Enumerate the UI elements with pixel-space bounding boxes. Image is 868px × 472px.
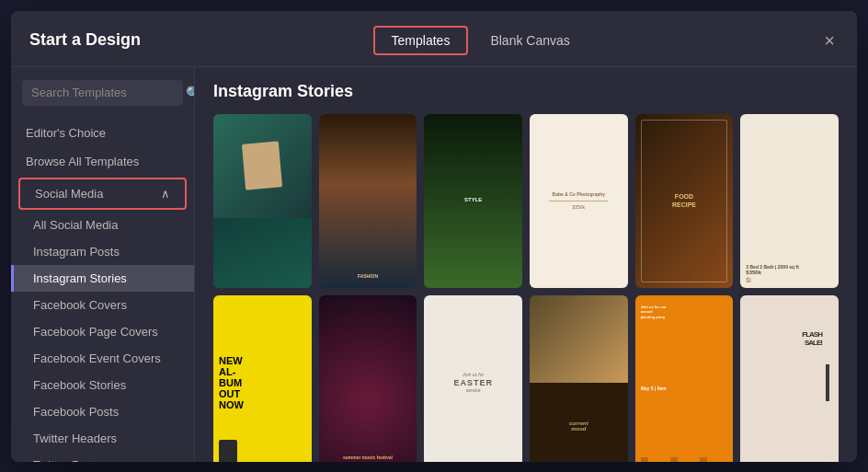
sidebar: 🔍 Editor's Choice Browse All Templates S… xyxy=(11,67,195,462)
template-card[interactable]: FOODRECIPE xyxy=(635,114,734,289)
tab-blank-canvas[interactable]: Blank Canvas xyxy=(472,26,588,55)
sidebar-item-editors-choice[interactable]: Editor's Choice xyxy=(11,119,194,147)
modal-body: 🔍 Editor's Choice Browse All Templates S… xyxy=(11,67,857,462)
sidebar-item-instagram-stories[interactable]: Instagram Stories xyxy=(11,265,194,292)
sidebar-section-social-media[interactable]: Social Media ∧ xyxy=(18,178,187,210)
template-card[interactable]: FLASHSALE! xyxy=(740,295,839,461)
sidebar-item-facebook-posts[interactable]: Facebook Posts xyxy=(11,398,194,425)
sidebar-item-facebook-event-covers[interactable]: Facebook Event Covers xyxy=(11,345,194,372)
close-button[interactable]: × xyxy=(820,28,839,53)
sidebar-item-twitter-posts[interactable]: Twitter Posts xyxy=(11,452,194,462)
template-card[interactable] xyxy=(213,114,312,289)
search-input[interactable] xyxy=(31,86,186,99)
template-card[interactable]: Join us for ourannualplanting party May … xyxy=(635,295,734,461)
template-card[interactable]: Join us for EASTER service xyxy=(424,295,522,461)
template-card[interactable]: FASHION xyxy=(319,114,417,289)
start-design-modal: Start a Design Templates Blank Canvas × … xyxy=(11,11,857,462)
sidebar-item-facebook-page-covers[interactable]: Facebook Page Covers xyxy=(11,318,194,345)
tab-templates[interactable]: Templates xyxy=(373,26,469,55)
sidebar-item-browse-all[interactable]: Browse All Templates xyxy=(11,147,194,176)
sidebar-item-twitter-headers[interactable]: Twitter Headers xyxy=(11,425,194,452)
tab-group: Templates Blank Canvas xyxy=(373,26,588,55)
modal-header: Start a Design Templates Blank Canvas × xyxy=(11,11,857,67)
template-card[interactable]: Babe & Co Photography $350k xyxy=(530,114,628,289)
sidebar-item-all-social[interactable]: All Social Media xyxy=(11,212,194,238)
template-card[interactable]: summer music festival xyxy=(319,295,417,461)
search-box[interactable]: 🔍 xyxy=(22,80,183,106)
sidebar-item-facebook-covers[interactable]: Facebook Covers xyxy=(11,292,194,318)
chevron-up-icon: ∧ xyxy=(161,187,170,201)
sidebar-item-instagram-posts[interactable]: Instagram Posts xyxy=(11,238,194,265)
template-grid: FASHION STYLE Babe & Co Photography $350… xyxy=(213,114,839,462)
section-title: Instagram Stories xyxy=(213,82,839,101)
template-card[interactable]: 3 Bed 2 Bath | 2000 sq ft $350k 🏠 xyxy=(740,114,839,289)
sidebar-item-facebook-stories[interactable]: Facebook Stories xyxy=(11,372,194,398)
template-card[interactable]: STYLE xyxy=(424,114,522,289)
modal-title: Start a Design xyxy=(29,30,141,50)
template-card[interactable]: NEWAL-BUMOUTNOW xyxy=(213,295,312,461)
template-card[interactable]: currentmood xyxy=(530,295,628,461)
search-icon: 🔍 xyxy=(186,86,195,100)
main-content: Instagram Stories FASHION xyxy=(195,67,857,462)
